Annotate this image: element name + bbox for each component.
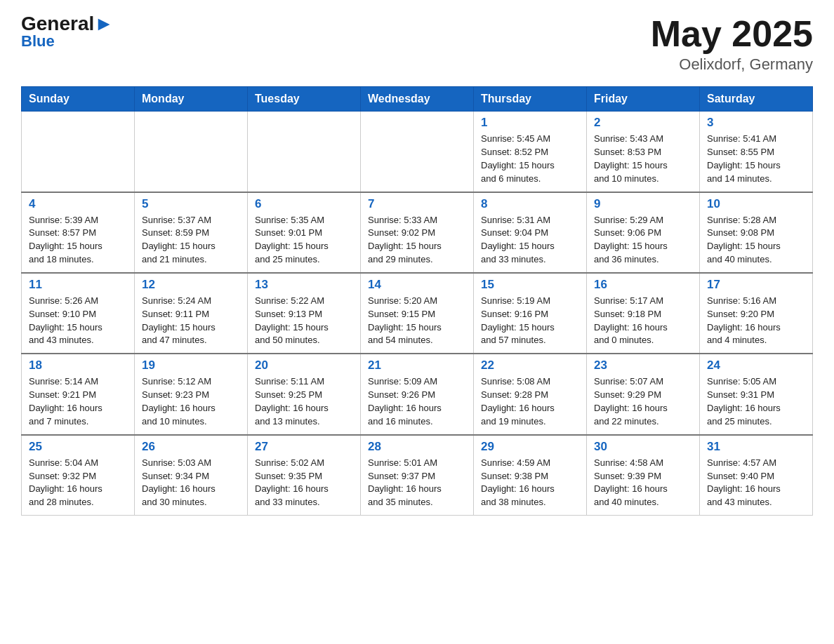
calendar-day-cell: 12Sunrise: 5:24 AM Sunset: 9:11 PM Dayli… bbox=[135, 273, 248, 354]
day-info: Sunrise: 5:07 AM Sunset: 9:29 PM Dayligh… bbox=[594, 375, 692, 428]
calendar-week-row: 4Sunrise: 5:39 AM Sunset: 8:57 PM Daylig… bbox=[22, 192, 813, 273]
calendar-day-cell: 23Sunrise: 5:07 AM Sunset: 9:29 PM Dayli… bbox=[587, 354, 700, 434]
calendar-day-cell: 20Sunrise: 5:11 AM Sunset: 9:25 PM Dayli… bbox=[248, 354, 361, 434]
calendar-day-cell: 10Sunrise: 5:28 AM Sunset: 9:08 PM Dayli… bbox=[700, 192, 813, 273]
calendar-day-cell: 25Sunrise: 5:04 AM Sunset: 9:32 PM Dayli… bbox=[22, 435, 135, 516]
day-number: 23 bbox=[594, 358, 692, 373]
calendar-day-cell bbox=[248, 112, 361, 192]
calendar-day-cell: 18Sunrise: 5:14 AM Sunset: 9:21 PM Dayli… bbox=[22, 354, 135, 434]
calendar-day-cell: 29Sunrise: 4:59 AM Sunset: 9:38 PM Dayli… bbox=[474, 435, 587, 516]
day-info: Sunrise: 5:02 AM Sunset: 9:35 PM Dayligh… bbox=[255, 457, 353, 509]
calendar-day-cell: 26Sunrise: 5:03 AM Sunset: 9:34 PM Dayli… bbox=[135, 435, 248, 516]
calendar-day-cell: 4Sunrise: 5:39 AM Sunset: 8:57 PM Daylig… bbox=[22, 192, 135, 273]
day-info: Sunrise: 5:39 AM Sunset: 8:57 PM Dayligh… bbox=[29, 214, 127, 267]
day-info: Sunrise: 5:14 AM Sunset: 9:21 PM Dayligh… bbox=[29, 375, 127, 428]
logo: General► Blue bbox=[21, 14, 114, 49]
calendar-day-cell: 28Sunrise: 5:01 AM Sunset: 9:37 PM Dayli… bbox=[361, 435, 474, 516]
day-number: 13 bbox=[255, 278, 353, 292]
day-info: Sunrise: 5:35 AM Sunset: 9:01 PM Dayligh… bbox=[255, 214, 353, 267]
col-friday: Friday bbox=[587, 87, 700, 112]
calendar-day-cell bbox=[22, 112, 135, 192]
day-info: Sunrise: 5:04 AM Sunset: 9:32 PM Dayligh… bbox=[29, 457, 127, 509]
calendar-day-cell: 17Sunrise: 5:16 AM Sunset: 9:20 PM Dayli… bbox=[700, 273, 813, 354]
day-info: Sunrise: 5:19 AM Sunset: 9:16 PM Dayligh… bbox=[481, 295, 579, 347]
logo-blue-text: Blue bbox=[21, 34, 55, 49]
day-number: 2 bbox=[594, 116, 692, 130]
calendar-day-cell: 24Sunrise: 5:05 AM Sunset: 9:31 PM Dayli… bbox=[700, 354, 813, 434]
day-number: 15 bbox=[481, 278, 579, 292]
day-number: 26 bbox=[142, 440, 240, 454]
day-info: Sunrise: 4:58 AM Sunset: 9:39 PM Dayligh… bbox=[594, 457, 692, 509]
calendar-day-cell: 15Sunrise: 5:19 AM Sunset: 9:16 PM Dayli… bbox=[474, 273, 587, 354]
calendar-week-row: 25Sunrise: 5:04 AM Sunset: 9:32 PM Dayli… bbox=[22, 435, 813, 516]
col-sunday: Sunday bbox=[22, 87, 135, 112]
day-info: Sunrise: 5:31 AM Sunset: 9:04 PM Dayligh… bbox=[481, 214, 579, 267]
day-info: Sunrise: 5:08 AM Sunset: 9:28 PM Dayligh… bbox=[481, 375, 579, 428]
day-number: 4 bbox=[29, 197, 127, 211]
col-thursday: Thursday bbox=[474, 87, 587, 112]
calendar-day-cell: 1Sunrise: 5:45 AM Sunset: 8:52 PM Daylig… bbox=[474, 112, 587, 192]
day-info: Sunrise: 5:09 AM Sunset: 9:26 PM Dayligh… bbox=[368, 375, 466, 428]
calendar-day-cell: 8Sunrise: 5:31 AM Sunset: 9:04 PM Daylig… bbox=[474, 192, 587, 273]
day-number: 12 bbox=[142, 278, 240, 292]
calendar-week-row: 11Sunrise: 5:26 AM Sunset: 9:10 PM Dayli… bbox=[22, 273, 813, 354]
calendar-day-cell: 19Sunrise: 5:12 AM Sunset: 9:23 PM Dayli… bbox=[135, 354, 248, 434]
day-number: 10 bbox=[707, 197, 805, 211]
day-info: Sunrise: 5:43 AM Sunset: 8:53 PM Dayligh… bbox=[594, 133, 692, 185]
day-info: Sunrise: 5:45 AM Sunset: 8:52 PM Dayligh… bbox=[481, 133, 579, 185]
day-number: 21 bbox=[368, 358, 466, 373]
day-info: Sunrise: 5:20 AM Sunset: 9:15 PM Dayligh… bbox=[368, 295, 466, 347]
calendar-day-cell: 9Sunrise: 5:29 AM Sunset: 9:06 PM Daylig… bbox=[587, 192, 700, 273]
calendar-day-cell: 22Sunrise: 5:08 AM Sunset: 9:28 PM Dayli… bbox=[474, 354, 587, 434]
calendar-day-cell: 7Sunrise: 5:33 AM Sunset: 9:02 PM Daylig… bbox=[361, 192, 474, 273]
day-number: 6 bbox=[255, 197, 353, 211]
calendar-week-row: 1Sunrise: 5:45 AM Sunset: 8:52 PM Daylig… bbox=[22, 112, 813, 192]
calendar-day-cell: 13Sunrise: 5:22 AM Sunset: 9:13 PM Dayli… bbox=[248, 273, 361, 354]
calendar-day-cell: 16Sunrise: 5:17 AM Sunset: 9:18 PM Dayli… bbox=[587, 273, 700, 354]
logo-arrow: ► bbox=[94, 13, 114, 34]
calendar-week-row: 18Sunrise: 5:14 AM Sunset: 9:21 PM Dayli… bbox=[22, 354, 813, 434]
day-number: 14 bbox=[368, 278, 466, 292]
day-number: 8 bbox=[481, 197, 579, 211]
day-number: 30 bbox=[594, 440, 692, 454]
day-number: 3 bbox=[707, 116, 805, 130]
day-info: Sunrise: 5:16 AM Sunset: 9:20 PM Dayligh… bbox=[707, 295, 805, 347]
calendar-day-cell: 27Sunrise: 5:02 AM Sunset: 9:35 PM Dayli… bbox=[248, 435, 361, 516]
day-number: 20 bbox=[255, 358, 353, 373]
day-number: 28 bbox=[368, 440, 466, 454]
day-number: 22 bbox=[481, 358, 579, 373]
page-header: General► Blue May 2025 Oelixdorf, German… bbox=[21, 14, 813, 74]
day-number: 31 bbox=[707, 440, 805, 454]
day-number: 16 bbox=[594, 278, 692, 292]
day-info: Sunrise: 4:57 AM Sunset: 9:40 PM Dayligh… bbox=[707, 457, 805, 509]
day-number: 1 bbox=[481, 116, 579, 130]
day-info: Sunrise: 5:22 AM Sunset: 9:13 PM Dayligh… bbox=[255, 295, 353, 347]
day-info: Sunrise: 5:01 AM Sunset: 9:37 PM Dayligh… bbox=[368, 457, 466, 509]
title-block: May 2025 Oelixdorf, Germany bbox=[651, 14, 813, 74]
calendar-day-cell: 31Sunrise: 4:57 AM Sunset: 9:40 PM Dayli… bbox=[700, 435, 813, 516]
day-info: Sunrise: 4:59 AM Sunset: 9:38 PM Dayligh… bbox=[481, 457, 579, 509]
day-number: 24 bbox=[707, 358, 805, 373]
col-tuesday: Tuesday bbox=[248, 87, 361, 112]
day-number: 5 bbox=[142, 197, 240, 211]
day-number: 9 bbox=[594, 197, 692, 211]
calendar-day-cell: 14Sunrise: 5:20 AM Sunset: 9:15 PM Dayli… bbox=[361, 273, 474, 354]
day-info: Sunrise: 5:24 AM Sunset: 9:11 PM Dayligh… bbox=[142, 295, 240, 347]
calendar-header-row: Sunday Monday Tuesday Wednesday Thursday… bbox=[22, 87, 813, 112]
day-info: Sunrise: 5:41 AM Sunset: 8:55 PM Dayligh… bbox=[707, 133, 805, 185]
calendar-day-cell: 3Sunrise: 5:41 AM Sunset: 8:55 PM Daylig… bbox=[700, 112, 813, 192]
calendar-table: Sunday Monday Tuesday Wednesday Thursday… bbox=[21, 86, 813, 516]
col-saturday: Saturday bbox=[700, 87, 813, 112]
calendar-day-cell: 2Sunrise: 5:43 AM Sunset: 8:53 PM Daylig… bbox=[587, 112, 700, 192]
day-number: 29 bbox=[481, 440, 579, 454]
calendar-day-cell: 5Sunrise: 5:37 AM Sunset: 8:59 PM Daylig… bbox=[135, 192, 248, 273]
day-number: 19 bbox=[142, 358, 240, 373]
day-number: 7 bbox=[368, 197, 466, 211]
day-info: Sunrise: 5:26 AM Sunset: 9:10 PM Dayligh… bbox=[29, 295, 127, 347]
month-year-title: May 2025 bbox=[651, 14, 813, 54]
day-info: Sunrise: 5:12 AM Sunset: 9:23 PM Dayligh… bbox=[142, 375, 240, 428]
day-info: Sunrise: 5:05 AM Sunset: 9:31 PM Dayligh… bbox=[707, 375, 805, 428]
logo-general-text: General► bbox=[21, 14, 114, 34]
day-info: Sunrise: 5:29 AM Sunset: 9:06 PM Dayligh… bbox=[594, 214, 692, 267]
day-info: Sunrise: 5:28 AM Sunset: 9:08 PM Dayligh… bbox=[707, 214, 805, 267]
